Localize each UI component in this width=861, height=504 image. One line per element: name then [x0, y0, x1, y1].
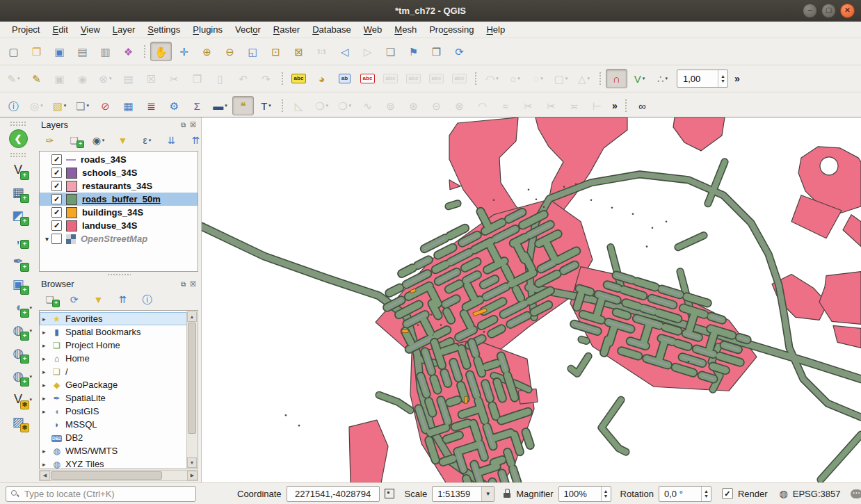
- zoom-in[interactable]: ⊕: [196, 42, 218, 61]
- layer-checkbox[interactable]: [51, 234, 62, 244]
- dropdown-arrow-icon[interactable]: ▾: [565, 76, 568, 81]
- layer-checkbox[interactable]: ✓: [51, 181, 62, 191]
- manage-map-themes[interactable]: ◉▾: [88, 132, 109, 149]
- open-layer-styling-panel[interactable]: ✑: [39, 132, 61, 149]
- menu-help[interactable]: Help: [480, 23, 511, 36]
- dropdown-arrow-icon[interactable]: ▾: [29, 397, 32, 403]
- layer-diagram-options[interactable]: ◕: [311, 69, 332, 88]
- expand-arrow-icon[interactable]: ▸: [42, 368, 51, 375]
- measure-line[interactable]: ▬▾: [209, 96, 231, 115]
- browser-item-[interactable]: ▸❏/: [40, 365, 187, 378]
- add-wfs-layer[interactable]: ◍+▾: [7, 366, 29, 387]
- spin-down-icon[interactable]: ▼: [604, 494, 609, 498]
- refresh-map[interactable]: ⟳: [449, 42, 470, 61]
- zoom-to-selection[interactable]: ⊡: [265, 42, 287, 61]
- expand-arrow-icon[interactable]: ▸: [42, 342, 51, 349]
- add-delimited-text-layer[interactable]: ,+: [7, 228, 29, 249]
- menu-plugins[interactable]: Plugins: [186, 23, 229, 36]
- browser-item-spatial-bookmarks[interactable]: ▸▮Spatial Bookmarks: [40, 325, 187, 339]
- layer-checkbox[interactable]: ✓: [51, 194, 62, 204]
- pan-to-selection[interactable]: ✛: [173, 42, 195, 61]
- dropdown-arrow-icon[interactable]: ▾: [225, 103, 227, 108]
- add-group[interactable]: ❏+: [63, 132, 85, 149]
- messages-icon[interactable]: [851, 489, 861, 498]
- dropdown-arrow-icon[interactable]: ▾: [588, 76, 590, 81]
- new-spatial-bookmark[interactable]: ❏: [380, 42, 401, 61]
- layers-float-icon[interactable]: ⧉: [181, 121, 186, 129]
- expand-arrow-icon[interactable]: ▸: [42, 382, 51, 389]
- menu-view[interactable]: View: [74, 23, 106, 36]
- dropdown-arrow-icon[interactable]: ▾: [496, 76, 499, 81]
- browser-item-db2[interactable]: DB2DB2: [40, 431, 187, 444]
- scroll-down-button[interactable]: ▼: [187, 457, 197, 468]
- locator-bar[interactable]: [6, 486, 196, 502]
- dropdown-arrow-icon[interactable]: ▾: [17, 76, 20, 81]
- dropdown-arrow-icon[interactable]: ▾: [325, 103, 328, 108]
- pin-unpin-labels[interactable]: ab: [334, 69, 355, 88]
- layer-row-openstreetmap[interactable]: ▾OpenStreetMap: [40, 232, 198, 245]
- dropdown-arrow-icon[interactable]: ▾: [348, 103, 351, 108]
- menu-web[interactable]: Web: [357, 23, 389, 36]
- menu-raster[interactable]: Raster: [267, 23, 306, 36]
- title-bar[interactable]: *tm_ch72 - QGIS –▢✕: [0, 0, 861, 22]
- menu-edit[interactable]: Edit: [46, 23, 74, 36]
- browser-float-icon[interactable]: ⧉: [181, 280, 186, 288]
- filter-legend-by-expression[interactable]: ε▾: [136, 132, 158, 149]
- expand-arrow-icon[interactable]: ▾: [42, 236, 51, 243]
- new-print-layout[interactable]: ▤: [72, 42, 93, 61]
- scrollbar-thumb[interactable]: [188, 323, 196, 434]
- expand-arrow-icon[interactable]: ▸: [42, 448, 51, 455]
- open-data-source-manager[interactable]: ❮: [7, 128, 29, 149]
- add-wms-wmts-layer[interactable]: ◍+▾: [7, 320, 29, 341]
- browser-properties[interactable]: ⓘ: [136, 291, 158, 308]
- spin-down-icon[interactable]: ▼: [704, 494, 709, 498]
- tracing-offset[interactable]: 1,00▲▼: [677, 70, 728, 88]
- menu-processing[interactable]: Processing: [423, 23, 480, 36]
- layer-row-roads-34s[interactable]: ✓roads_34S: [40, 153, 198, 166]
- add-mesh-layer[interactable]: ◩+: [7, 205, 29, 226]
- layer-checkbox[interactable]: ✓: [51, 207, 62, 218]
- menu-database[interactable]: Database: [306, 23, 357, 36]
- add-raster-layer[interactable]: ▦+: [7, 182, 29, 203]
- osm-place-search[interactable]: ∞: [631, 96, 653, 115]
- browser-horizontal-scrollbar[interactable]: ◀ ▶: [39, 470, 198, 481]
- map-tips[interactable]: ❝: [232, 96, 254, 115]
- browser-item-mssql[interactable]: ◗MSSQL: [40, 418, 187, 431]
- browser-item-project-home[interactable]: ▸❏Project Home: [40, 339, 187, 352]
- pan-map[interactable]: ✋: [150, 42, 172, 61]
- spin-up-icon[interactable]: ▲: [721, 74, 725, 79]
- processing-toolbox[interactable]: ⚙: [163, 96, 185, 115]
- statistical-summary[interactable]: Σ: [186, 96, 208, 115]
- layer-row-buildings-34s[interactable]: ✓buildings_34S: [40, 206, 198, 219]
- menu-mesh[interactable]: Mesh: [388, 23, 423, 36]
- scrollbar-thumb[interactable]: [51, 471, 162, 480]
- scale-combo[interactable]: 1:51359 ▼: [432, 486, 494, 502]
- menu-settings[interactable]: Settings: [141, 23, 186, 36]
- refresh-browser[interactable]: ⟳: [63, 291, 85, 308]
- dropdown-arrow-icon[interactable]: ▾: [268, 103, 271, 108]
- dropdown-arrow-icon[interactable]: ▾: [102, 138, 105, 143]
- spin-up-icon[interactable]: ▲: [604, 489, 609, 494]
- zoom-to-layer[interactable]: ⊠: [288, 42, 309, 61]
- expand-arrow-icon[interactable]: ▸: [42, 355, 51, 362]
- deselect-features[interactable]: ⊘: [95, 96, 116, 115]
- expand-arrow-icon[interactable]: ▸: [42, 316, 51, 323]
- open-attribute-table[interactable]: ▦: [118, 96, 139, 115]
- enable-snapping-on-intersection[interactable]: ∴▾: [652, 69, 673, 88]
- zoom-out[interactable]: ⊖: [219, 42, 241, 61]
- scroll-up-button[interactable]: ▲: [187, 311, 197, 322]
- toggle-editing[interactable]: ✎: [26, 69, 47, 88]
- maximize-button[interactable]: ▢: [821, 3, 836, 18]
- toolbar-overflow-digitizing[interactable]: »: [731, 73, 743, 84]
- render-checkbox[interactable]: ✓: [722, 488, 733, 499]
- layer-checkbox[interactable]: ✓: [51, 154, 62, 165]
- browser-close-icon[interactable]: ☒: [190, 280, 196, 288]
- browser-item-home[interactable]: ▸⌂Home: [40, 352, 187, 365]
- select-features[interactable]: ▧▾: [49, 96, 70, 115]
- panel-splitter[interactable]: [36, 272, 201, 277]
- expand-arrow-icon[interactable]: ▸: [42, 408, 51, 415]
- expand-arrow-icon[interactable]: ▸: [42, 461, 51, 468]
- new-gpx-layer[interactable]: ▨✱: [7, 412, 29, 432]
- toolbar-overflow-attributes[interactable]: »: [609, 100, 621, 111]
- enable-tracing[interactable]: V▾: [629, 69, 650, 88]
